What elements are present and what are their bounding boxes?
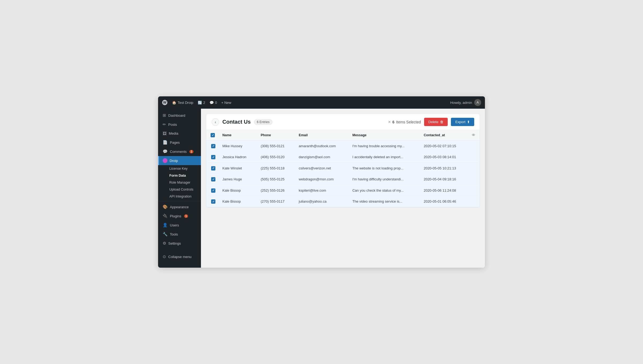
eye-slash-icon[interactable]: 👁 [472, 133, 475, 137]
tools-icon: 🔧 [163, 232, 168, 237]
row-name: Kate Winslet [218, 163, 256, 174]
svg-text:W: W [163, 100, 167, 104]
table-row: Kale Bissop(252) 555-0126kspiteri@live.c… [206, 185, 480, 196]
sidebar-label-appearance: Appearance [170, 205, 189, 209]
col-header-actions: 👁 [468, 130, 480, 141]
sidebar-sub-license-key[interactable]: License Key [166, 165, 201, 172]
wp-logo-button[interactable]: W [162, 100, 168, 105]
select-all-header[interactable] [206, 130, 218, 141]
collapse-label: Collapse menu [168, 255, 192, 259]
row-contacted_at: 2020-05-01 06:05:46 [419, 196, 468, 207]
row-checkbox-cell[interactable] [206, 185, 218, 196]
wp-logo-icon: W [162, 100, 168, 105]
posts-icon: ✏ [163, 122, 166, 127]
select-all-checkbox[interactable] [211, 133, 215, 137]
row-message: The video streaming service is... [348, 196, 419, 207]
table-header: Name Phone Email Message Contacted_at 👁 [206, 130, 480, 141]
sidebar: ⊞ Dashboard ✏ Posts 🖼 Media 📄 Pages 💬 Co… [158, 109, 201, 268]
row-name: Mike Hussey [218, 141, 256, 152]
delete-button[interactable]: Delete 🗑 [424, 118, 448, 126]
collapse-menu-button[interactable]: ⊙ Collapse menu [158, 252, 201, 261]
row-checkbox-cell[interactable] [206, 151, 218, 163]
sidebar-item-droip[interactable]: Droip [158, 156, 201, 165]
new-content-button[interactable]: + New [221, 101, 231, 105]
row-email: juliano@yahoo.ca [294, 196, 348, 207]
row-email: amaranth@outlook.com [294, 141, 348, 152]
row-actions-cell [468, 185, 480, 196]
sidebar-item-appearance[interactable]: 🎨 Appearance [158, 202, 201, 211]
content-area: ‹ Contact Us 6 Entries × 6 Items Selecte… [201, 109, 485, 268]
row-actions-cell [468, 163, 480, 174]
row-phone: (406) 555-0120 [256, 151, 294, 163]
howdy-label: Howdy, admin [450, 101, 472, 105]
row-checkbox[interactable] [211, 177, 215, 181]
comments-badge: 1 [189, 150, 194, 153]
row-checkbox[interactable] [211, 188, 215, 193]
row-email: csilvers@verizon.net [294, 163, 348, 174]
row-checkbox-cell[interactable] [206, 174, 218, 185]
sidebar-item-comments[interactable]: 💬 Comments 1 [158, 147, 201, 156]
plugins-badge: 1 [184, 214, 188, 218]
sidebar-item-settings[interactable]: ⚙ Settings [158, 239, 201, 248]
back-icon: ‹ [215, 120, 216, 124]
col-header-email: Email [294, 130, 348, 141]
droip-submenu: License Key Form Data Role Manager Uploa… [158, 165, 201, 200]
table-row: James Huge(505) 555-0125webdragon@msn.co… [206, 174, 480, 185]
updates-icon: 🔄 [198, 101, 202, 105]
sidebar-sub-api-integration[interactable]: API Integration [166, 193, 201, 200]
admin-bar-left: W 🏠 Test Droip 🔄 2 💬 0 + New [162, 100, 446, 105]
trash-icon: 🗑 [440, 120, 443, 124]
row-checkbox[interactable] [211, 166, 215, 170]
sidebar-item-plugins[interactable]: 🔌 Plugins 1 [158, 211, 201, 221]
sidebar-label-droip: Droip [170, 159, 178, 163]
sidebar-sub-upload-controls[interactable]: Upload Controls [166, 186, 201, 193]
back-button[interactable]: ‹ [212, 118, 219, 126]
row-phone: (225) 555-0118 [256, 163, 294, 174]
row-phone: (505) 555-0125 [256, 174, 294, 185]
sidebar-label-tools: Tools [170, 232, 178, 236]
updates-button[interactable]: 🔄 2 [198, 101, 205, 105]
delete-label: Delete [428, 120, 439, 124]
plugins-icon: 🔌 [163, 214, 168, 218]
row-contacted_at: 2020-05-03 08:14:01 [419, 151, 468, 163]
browser-window: W 🏠 Test Droip 🔄 2 💬 0 + New Howdy, admi… [158, 96, 485, 268]
comments-button[interactable]: 💬 0 [210, 101, 217, 105]
items-selected-display: × 6 Items Selected [388, 120, 421, 124]
sidebar-sub-role-manager[interactable]: Role Manager [166, 179, 201, 186]
table-row: Jessica Hadron(406) 555-0120danzigism@ao… [206, 151, 480, 163]
avatar[interactable]: A [474, 99, 481, 106]
page-title: Contact Us [222, 119, 251, 125]
sidebar-label-users: Users [170, 223, 179, 227]
table-row: Mike Hussey(308) 555-0121amaranth@outloo… [206, 141, 480, 152]
row-checkbox[interactable] [211, 155, 215, 159]
sidebar-item-media[interactable]: 🖼 Media [158, 129, 201, 138]
admin-bar-right: Howdy, admin A [450, 99, 481, 106]
sidebar-item-users[interactable]: 👤 Users [158, 221, 201, 230]
row-checkbox-cell[interactable] [206, 196, 218, 207]
comments-nav-icon: 💬 [163, 149, 168, 154]
sidebar-item-pages[interactable]: 📄 Pages [158, 138, 201, 147]
row-phone: (270) 555-0117 [256, 196, 294, 207]
items-selected-count: 6 [392, 120, 394, 124]
export-button[interactable]: Export ⬆ [451, 118, 474, 126]
sidebar-sub-form-data[interactable]: Form Data [166, 172, 201, 179]
row-checkbox[interactable] [211, 144, 215, 148]
new-label: + New [221, 101, 231, 105]
sidebar-item-tools[interactable]: 🔧 Tools [158, 230, 201, 239]
clear-selection-button[interactable]: × [388, 120, 391, 124]
row-phone: (308) 555-0121 [256, 141, 294, 152]
sidebar-item-posts[interactable]: ✏ Posts [158, 120, 201, 129]
table-header-row: Name Phone Email Message Contacted_at 👁 [206, 130, 480, 141]
col-header-phone: Phone [256, 130, 294, 141]
export-label: Export [455, 120, 465, 124]
sidebar-label-dashboard: Dashboard [168, 113, 185, 117]
row-checkbox-cell[interactable] [206, 141, 218, 152]
collapse-icon: ⊙ [163, 254, 166, 259]
row-checkbox[interactable] [211, 199, 215, 204]
site-name-button[interactable]: 🏠 Test Droip [172, 101, 193, 105]
sidebar-item-dashboard[interactable]: ⊞ Dashboard [158, 111, 201, 120]
row-checkbox-cell[interactable] [206, 163, 218, 174]
form-data-table: Name Phone Email Message Contacted_at 👁 … [206, 130, 480, 207]
sidebar-label-settings: Settings [168, 241, 181, 245]
settings-icon: ⚙ [163, 241, 166, 246]
